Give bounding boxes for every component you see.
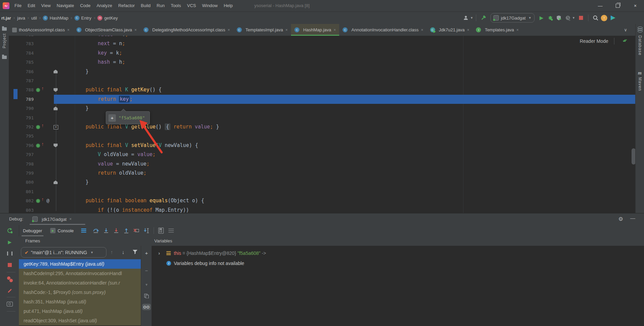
stop-button[interactable] bbox=[7, 262, 13, 268]
reader-mode-label[interactable]: Reader Mode bbox=[580, 38, 608, 44]
filter-frames-button[interactable] bbox=[132, 249, 138, 256]
line-number[interactable]: 791 bbox=[9, 113, 34, 122]
line-number[interactable]: 792 bbox=[9, 122, 34, 131]
menu-item-tools[interactable]: Tools bbox=[168, 0, 184, 11]
code-line-784[interactable]: 784 key = k; bbox=[9, 49, 635, 58]
overrides-arrow-icon[interactable]: ↑ bbox=[41, 86, 44, 91]
line-number[interactable]: 790 bbox=[9, 104, 34, 113]
close-icon[interactable]: × bbox=[228, 28, 230, 32]
breadcrumb-java[interactable]: java bbox=[17, 16, 25, 21]
code-line-788[interactable]: 788↑ public final K getKey() { bbox=[9, 85, 635, 94]
code-line-796[interactable]: 796↑ public final V setValue(V newValue)… bbox=[9, 141, 635, 150]
menu-item-vcs[interactable]: VCS bbox=[184, 0, 199, 11]
close-button[interactable]: × bbox=[626, 0, 644, 11]
editor-scrollbar[interactable] bbox=[632, 148, 635, 165]
update-notification-icon[interactable]: ↑ bbox=[600, 13, 609, 22]
tool-stripe-maven[interactable]: Maven bbox=[638, 77, 642, 91]
code-line-795[interactable]: 795 bbox=[9, 131, 635, 141]
search-everywhere-icon[interactable] bbox=[591, 13, 600, 22]
menu-item-analyze[interactable]: Analyze bbox=[94, 0, 115, 11]
code-line-786[interactable]: 786 } bbox=[9, 67, 635, 76]
close-icon[interactable]: × bbox=[467, 28, 469, 32]
step-into-button[interactable] bbox=[101, 227, 111, 234]
editor-tab-Templates.java[interactable]: ITemplates.java× bbox=[473, 24, 522, 36]
close-icon[interactable]: × bbox=[421, 28, 423, 32]
menu-item-build[interactable]: Build bbox=[138, 0, 154, 11]
coverage-button[interactable] bbox=[555, 13, 564, 22]
ide-features-trainer-icon[interactable] bbox=[609, 13, 617, 22]
line-number[interactable]: 802 bbox=[9, 196, 34, 205]
fold-marker-icon[interactable]: + bbox=[54, 125, 58, 129]
mute-breakpoints-button[interactable] bbox=[7, 288, 13, 294]
folder-icon[interactable] bbox=[1, 54, 7, 60]
line-number[interactable]: 788 bbox=[9, 85, 34, 94]
expand-chevron-icon[interactable]: › bbox=[158, 248, 160, 258]
code-line-797[interactable]: 797 V oldValue = value; bbox=[9, 150, 635, 159]
overrides-arrow-icon[interactable]: ↑ bbox=[41, 197, 44, 202]
menu-item-file[interactable]: File bbox=[11, 0, 25, 11]
remove-watch-button[interactable]: − bbox=[143, 267, 150, 273]
overrides-arrow-icon[interactable]: ↑ bbox=[41, 123, 44, 128]
method-marker-icon[interactable] bbox=[36, 199, 40, 203]
code-line-782[interactable]: 782 value = v; bbox=[9, 36, 635, 39]
run-configuration-select[interactable]: jdk17Gadgat ▼ bbox=[490, 13, 535, 23]
code-line-790[interactable]: 790 } bbox=[9, 104, 635, 113]
code-line-792[interactable]: 792↑+ public final V getValue() { return… bbox=[9, 122, 635, 131]
editor-tab-thodAccessorImpl.class[interactable]: thodAccessorImpl.class× bbox=[9, 24, 73, 36]
maven-m-icon[interactable]: m bbox=[638, 70, 642, 76]
code-line-791[interactable]: 791 bbox=[9, 113, 635, 122]
project-tool-icon[interactable] bbox=[1, 26, 7, 32]
line-number[interactable]: 786 bbox=[9, 67, 34, 76]
tool-stripe-database[interactable]: Database bbox=[638, 35, 642, 55]
line-number[interactable]: 798 bbox=[9, 159, 34, 169]
frame-row[interactable]: hashCode:-1, $Proxy0 (com.sun.proxy) bbox=[19, 288, 141, 297]
step-over-button[interactable] bbox=[91, 227, 101, 234]
hide-panel-icon[interactable]: — bbox=[630, 215, 635, 221]
user-dropdown-arrow-icon[interactable]: ▼ bbox=[470, 16, 473, 20]
resume-button[interactable]: ▶ bbox=[7, 239, 13, 245]
thread-select[interactable]: ✔ "main"@1 i...n": RUNNING ▼ bbox=[21, 247, 106, 258]
method-marker-icon[interactable] bbox=[36, 88, 40, 92]
variable-row-this[interactable]: › this = {HashMap$Entry@820} "f5a5a608" … bbox=[152, 248, 644, 258]
fold-marker-icon[interactable] bbox=[54, 70, 58, 73]
code-line-785[interactable]: 785 hash = h; bbox=[9, 58, 635, 67]
show-watches-button[interactable]: OO bbox=[142, 304, 151, 310]
add-watch-button[interactable]: + bbox=[143, 250, 150, 256]
fold-marker-icon[interactable] bbox=[54, 107, 58, 110]
restore-button[interactable] bbox=[609, 0, 626, 11]
fold-marker-icon[interactable] bbox=[54, 180, 58, 184]
frame-row[interactable]: hashCodeImpl:295, AnnotationInvocationHa… bbox=[19, 269, 141, 278]
expand-value-button[interactable]: + bbox=[108, 114, 116, 122]
debug-button[interactable] bbox=[546, 13, 555, 22]
line-number[interactable]: 801 bbox=[9, 187, 34, 196]
code-line-800[interactable]: 800 } bbox=[9, 178, 635, 187]
method-marker-icon[interactable] bbox=[36, 125, 40, 129]
menu-item-run[interactable]: Run bbox=[154, 0, 168, 11]
menu-item-code[interactable]: Code bbox=[77, 0, 94, 11]
breadcrumb-rtjar[interactable]: rt.jar bbox=[1, 16, 11, 21]
view-breakpoints-button[interactable] bbox=[7, 276, 13, 282]
code-line-802[interactable]: 802↑@ public final boolean equals(Object… bbox=[9, 196, 635, 205]
layout-menu-icon[interactable] bbox=[81, 229, 86, 233]
pause-button[interactable] bbox=[7, 250, 13, 257]
code-line-798[interactable]: 798 value = newValue; bbox=[9, 159, 635, 169]
breadcrumb-entry[interactable]: Entry bbox=[81, 16, 91, 21]
menu-item-refactor[interactable]: Refactor bbox=[115, 0, 138, 11]
breadcrumb-util[interactable]: util bbox=[31, 16, 37, 21]
line-number[interactable]: 803 bbox=[9, 206, 34, 213]
line-number[interactable]: 783 bbox=[9, 39, 34, 48]
step-out-button[interactable] bbox=[121, 227, 131, 234]
build-hammer-icon[interactable] bbox=[479, 13, 488, 22]
method-marker-icon[interactable] bbox=[36, 143, 40, 148]
tab-console[interactable]: ▶ Console bbox=[46, 225, 78, 236]
layout-settings-button[interactable] bbox=[166, 227, 176, 234]
close-icon[interactable]: × bbox=[333, 28, 336, 32]
close-icon[interactable]: × bbox=[134, 28, 137, 32]
frame-down-button[interactable]: ↓ bbox=[122, 249, 125, 255]
line-number[interactable]: 800 bbox=[9, 178, 34, 187]
inspections-ok-icon[interactable]: ✔✔ bbox=[622, 38, 625, 43]
run-button[interactable]: ▶ bbox=[537, 13, 546, 22]
minimize-button[interactable]: — bbox=[591, 0, 609, 11]
frame-row[interactable]: getKey:789, HashMap$Entry (java.util) bbox=[19, 259, 141, 269]
code-line-789[interactable]: 789 return key; bbox=[9, 95, 635, 104]
